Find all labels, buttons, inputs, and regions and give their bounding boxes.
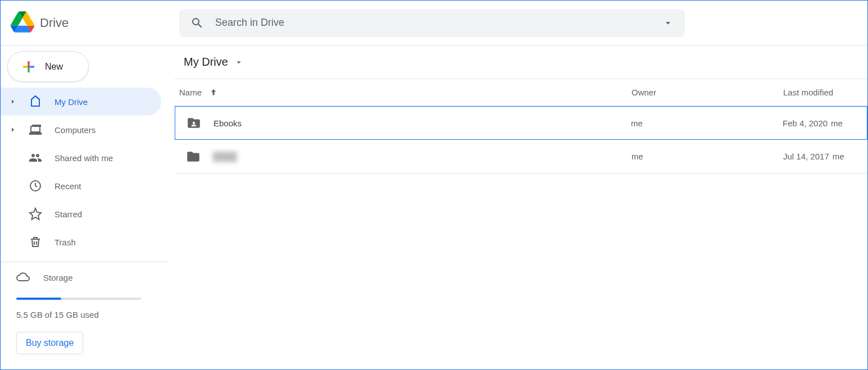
sidebar-item-label: My Drive [54, 97, 88, 107]
search-icon [190, 16, 204, 30]
sidebar-item-starred[interactable]: Starred [1, 200, 161, 228]
column-header-name[interactable]: Name [179, 88, 631, 98]
my-drive-icon [29, 95, 42, 108]
sidebar-item-shared[interactable]: Shared with me [1, 144, 161, 172]
breadcrumb[interactable]: My Drive [175, 45, 867, 79]
folder-icon [186, 149, 201, 164]
drive-logo-icon [11, 10, 34, 36]
trash-icon [29, 235, 42, 249]
shared-folder-icon [187, 116, 201, 130]
new-button-label: New [45, 62, 63, 72]
sidebar-item-computers[interactable]: Computers [1, 116, 161, 144]
sort-ascending-icon[interactable] [208, 88, 219, 98]
divider [1, 262, 169, 262]
star-icon [29, 207, 42, 221]
column-header-owner[interactable]: Owner [631, 88, 783, 97]
sidebar-item-label: Starred [54, 209, 82, 219]
plus-icon [20, 58, 37, 75]
column-label: Owner [631, 88, 656, 97]
buy-storage-button[interactable]: Buy storage [16, 332, 83, 354]
column-label: Last modified [783, 88, 833, 97]
search-bar[interactable] [179, 9, 685, 37]
sidebar-item-label: Shared with me [54, 153, 113, 163]
column-header-modified[interactable]: Last modified [783, 88, 867, 97]
search-options-icon[interactable] [662, 17, 674, 29]
table-row[interactable]: ████ me Jul 14, 2017 me [175, 140, 867, 173]
expand-icon[interactable] [10, 98, 16, 105]
sidebar-item-storage[interactable]: Storage [16, 270, 141, 285]
app-name: Drive [40, 16, 69, 30]
sidebar-item-label: Computers [54, 125, 96, 135]
recent-icon [29, 179, 42, 193]
sidebar-item-trash[interactable]: Trash [1, 228, 161, 256]
table-header: Name Owner Last modified [175, 79, 867, 106]
file-owner: me [631, 152, 783, 161]
file-owner: me [631, 118, 783, 128]
logo-area[interactable]: Drive [11, 10, 179, 36]
app-header: Drive [1, 1, 867, 45]
file-modified: Jul 14, 2017 me [783, 152, 867, 161]
new-button[interactable]: New [7, 51, 89, 82]
sidebar-item-my-drive[interactable]: My Drive [1, 88, 161, 116]
file-name-redacted: ████ [213, 152, 237, 161]
breadcrumb-current: My Drive [184, 56, 228, 68]
table-row[interactable]: Ebooks me Feb 4, 2020 me [175, 106, 867, 140]
column-label: Name [179, 88, 202, 97]
sidebar-item-label: Recent [54, 181, 81, 191]
storage-progress-fill [16, 298, 61, 300]
expand-icon[interactable] [10, 126, 16, 133]
breadcrumb-dropdown-icon[interactable] [234, 57, 244, 67]
file-table: Name Owner Last modified Ebooks me [175, 79, 867, 173]
storage-progress [16, 298, 141, 300]
file-name: Ebooks [213, 118, 242, 128]
sidebar-item-recent[interactable]: Recent [1, 172, 161, 200]
main-content: My Drive Name Owner Last modified [169, 45, 867, 369]
sidebar: New My Drive Computers Shar [1, 45, 169, 369]
search-input[interactable] [215, 17, 662, 29]
shared-icon [29, 151, 42, 165]
storage-section: Storage 5.5 GB of 15 GB used Buy storage [1, 270, 169, 354]
svg-point-1 [193, 122, 195, 124]
cloud-icon [16, 270, 30, 285]
file-modified: Feb 4, 2020 me [783, 118, 867, 128]
sidebar-item-label: Trash [54, 237, 76, 247]
computers-icon [29, 123, 42, 136]
storage-label: Storage [43, 273, 73, 282]
storage-usage-text: 5.5 GB of 15 GB used [16, 310, 141, 319]
